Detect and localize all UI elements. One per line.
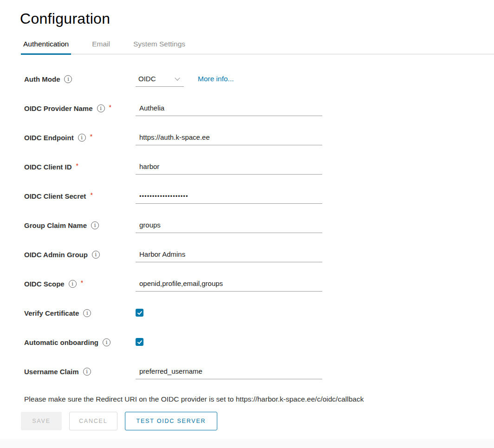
- field-label: OIDC Client Secret: [24, 192, 86, 200]
- form-row-oidc-provider-name: OIDC Provider Name i *: [24, 103, 494, 132]
- required-marker: *: [76, 162, 78, 169]
- field-label: Automatic onboarding: [24, 338, 98, 346]
- tab-system-settings[interactable]: System Settings: [131, 40, 188, 55]
- info-icon[interactable]: i: [97, 104, 105, 112]
- cancel-button[interactable]: CANCEL: [69, 412, 117, 430]
- field-label: OIDC Client ID: [24, 163, 72, 171]
- field-label: OIDC Admin Group: [24, 251, 88, 259]
- verify-certificate-checkbox[interactable]: [136, 309, 143, 317]
- info-icon[interactable]: i: [83, 309, 91, 317]
- form-row-oidc-admin-group: OIDC Admin Group i: [24, 249, 494, 278]
- username-claim-input[interactable]: [136, 366, 322, 379]
- info-icon[interactable]: i: [103, 338, 110, 346]
- oidc-provider-name-input[interactable]: [136, 103, 322, 116]
- tab-bar: Authentication Email System Settings: [21, 40, 494, 54]
- group-claim-name-input[interactable]: [136, 220, 322, 233]
- field-label: OIDC Endpoint: [24, 134, 74, 142]
- field-label: OIDC Scope: [24, 280, 65, 288]
- configuration-page: Configuration Authentication Email Syste…: [0, 0, 494, 448]
- info-icon[interactable]: i: [91, 221, 99, 229]
- required-marker: *: [90, 133, 92, 140]
- redirect-uri-note: Please make sure the Redirect URI on the…: [24, 395, 494, 403]
- tab-authentication[interactable]: Authentication: [21, 40, 71, 55]
- field-label: OIDC Provider Name: [24, 104, 93, 112]
- info-icon[interactable]: i: [69, 280, 77, 288]
- form-row-oidc-endpoint: OIDC Endpoint i *: [24, 132, 494, 161]
- form-row-automatic-onboarding: Automatic onboarding i: [24, 337, 494, 366]
- action-bar: SAVE CANCEL TEST OIDC SERVER: [21, 412, 494, 430]
- page-title: Configuration: [20, 10, 494, 27]
- required-marker: *: [109, 104, 111, 111]
- form-row-oidc-client-secret: OIDC Client Secret *: [24, 190, 494, 220]
- field-label: Verify Certificate: [24, 309, 79, 317]
- info-icon[interactable]: i: [83, 368, 91, 376]
- form-row-oidc-client-id: OIDC Client ID *: [24, 161, 494, 190]
- field-label: Group Claim Name: [24, 221, 87, 229]
- automatic-onboarding-checkbox[interactable]: [136, 338, 143, 346]
- info-icon[interactable]: i: [64, 75, 72, 83]
- test-oidc-server-button[interactable]: TEST OIDC SERVER: [125, 412, 218, 430]
- form-row-auth-mode: Auth Mode i OIDC More info...: [24, 73, 494, 103]
- info-icon[interactable]: i: [78, 134, 86, 142]
- oidc-client-id-input[interactable]: [136, 161, 322, 175]
- required-marker: *: [90, 191, 92, 199]
- field-label: Auth Mode: [24, 75, 60, 83]
- form-row-oidc-scope: OIDC Scope i *: [24, 278, 494, 307]
- oidc-endpoint-input[interactable]: [136, 132, 322, 145]
- field-label: Username Claim: [24, 368, 79, 376]
- oidc-scope-input[interactable]: [136, 278, 322, 292]
- form-row-verify-certificate: Verify Certificate i: [24, 307, 494, 337]
- auth-mode-selected-value: OIDC: [138, 75, 156, 83]
- more-info-link[interactable]: More info...: [198, 75, 234, 83]
- oidc-admin-group-input[interactable]: [136, 249, 322, 262]
- tab-email[interactable]: Email: [90, 40, 112, 55]
- chevron-down-icon: [175, 75, 180, 80]
- required-marker: *: [81, 279, 83, 286]
- save-button[interactable]: SAVE: [21, 412, 62, 430]
- page-background-strip: [0, 439, 494, 448]
- authentication-form: Auth Mode i OIDC More info... OIDC Provi…: [24, 73, 494, 395]
- form-row-group-claim-name: Group Claim Name i: [24, 220, 494, 249]
- oidc-client-secret-input[interactable]: [136, 190, 322, 204]
- auth-mode-select[interactable]: OIDC: [136, 73, 184, 87]
- info-icon[interactable]: i: [92, 251, 100, 259]
- form-row-username-claim: Username Claim i: [24, 366, 494, 395]
